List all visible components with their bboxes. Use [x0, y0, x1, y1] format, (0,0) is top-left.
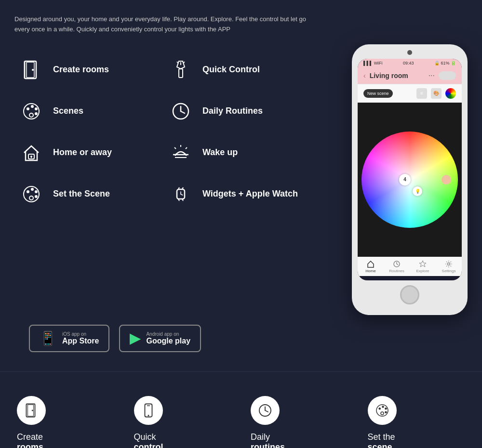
feature-item-create-rooms: Create rooms	[14, 49, 164, 91]
phone-toolbar: New scene ≡ 🎨	[358, 84, 462, 103]
svg-point-56	[385, 411, 387, 413]
top-section: Designed around you, your home and your …	[0, 0, 482, 371]
door-icon	[19, 58, 43, 82]
phone-nav-explore[interactable]: Explore	[410, 260, 436, 273]
feature-item-wake-up: Wake up	[164, 132, 313, 173]
bottom-door-icon	[17, 396, 46, 425]
toolbar-icons: ≡ 🎨	[416, 88, 456, 99]
svg-point-27	[31, 188, 34, 191]
svg-marker-41	[419, 261, 426, 267]
android-text: Android app on Google play	[146, 331, 190, 345]
intro-text: Designed around you, your home and your …	[14, 14, 323, 35]
ios-sub-label: iOS app on	[62, 331, 99, 337]
quick-control-card-title: Quick control	[134, 432, 163, 448]
svg-point-57	[381, 412, 384, 415]
clock-icon	[169, 99, 193, 123]
svg-line-40	[397, 264, 398, 265]
home-or-away-label: Home or away	[53, 147, 112, 158]
svg-point-42	[448, 263, 450, 265]
bottom-card-create-rooms: Create rooms Control all lights in your …	[10, 386, 122, 448]
ios-icon: 📱	[40, 330, 56, 346]
features-and-phone: Create rooms Quick Control Scenes	[14, 49, 468, 315]
bottom-card-daily-routines: Daily routines Set light schedules to su…	[243, 386, 356, 448]
svg-point-29	[35, 195, 38, 198]
android-store-button[interactable]: ▶ Android app on Google play	[119, 325, 201, 352]
store-buttons-container: 📱 iOS app on App Store ▶ Android app on …	[14, 315, 468, 362]
svg-point-54	[382, 406, 384, 408]
bottom-card-quick-control: Quick control Switch or dim all lights i…	[127, 386, 239, 448]
phone-nav-home[interactable]: Home	[358, 260, 384, 273]
svg-point-28	[35, 190, 38, 193]
color-wheel-area: 4 💡	[358, 103, 462, 257]
color-point-bulb[interactable]: 💡	[413, 186, 422, 196]
phone-nav-bar: ‹ Living room ···	[358, 67, 462, 84]
feature-item-scenes: Scenes	[14, 91, 164, 132]
daily-routines-card-title: Daily routines	[251, 432, 285, 448]
watch-icon	[169, 182, 193, 206]
svg-line-7	[184, 62, 185, 63]
feature-item-home-or-away: Home or away	[14, 132, 164, 173]
list-icon[interactable]: ≡	[416, 88, 427, 99]
svg-line-6	[177, 62, 178, 63]
svg-point-47	[147, 415, 149, 416]
android-store-name: Google play	[146, 337, 190, 345]
svg-point-55	[385, 408, 387, 410]
home-lock-icon	[19, 141, 43, 165]
room-toggle[interactable]	[439, 71, 456, 80]
svg-point-11	[35, 107, 38, 110]
torch-icon	[169, 58, 193, 82]
phone-bottom-nav: Home Routines Explore Settings	[358, 257, 462, 276]
phone-nav-routines[interactable]: Routines	[384, 260, 410, 273]
sunrise-icon	[169, 141, 193, 165]
svg-line-16	[181, 111, 185, 113]
palette2-icon	[19, 182, 43, 206]
brightness-control[interactable]	[442, 175, 451, 184]
svg-point-10	[31, 105, 34, 108]
set-scene-label: Set the Scene	[53, 189, 110, 199]
ios-store-name: App Store	[62, 337, 99, 345]
nav-explore-label: Explore	[416, 269, 429, 273]
svg-point-45	[32, 409, 33, 411]
svg-point-53	[378, 408, 381, 410]
phone-status-bar: ▌▌▌ WiFi 09:43 🔒 61% 🔋	[358, 59, 462, 67]
room-title: Living room	[370, 72, 425, 79]
battery-indicator: 🔒 61% 🔋	[434, 61, 456, 66]
bottom-clock-icon	[251, 396, 280, 425]
wheel-icon[interactable]	[445, 88, 456, 99]
signal-indicator: ▌▌▌ WiFi	[363, 61, 383, 66]
android-sub-label: Android app on	[146, 331, 190, 337]
bottom-phone-icon	[134, 396, 163, 425]
widgets-label: Widgets + Apple Watch	[202, 189, 298, 199]
bottom-cards-grid: Create rooms Control all lights in your …	[10, 386, 472, 448]
quick-control-label: Quick Control	[202, 65, 260, 75]
more-options[interactable]: ···	[428, 71, 435, 80]
bottom-card-set-scene: Set the scene Scenes that automatically …	[361, 386, 473, 448]
color-point-4[interactable]: 4	[399, 174, 411, 185]
svg-point-9	[27, 107, 29, 110]
svg-line-22	[174, 147, 176, 149]
create-rooms-label: Create rooms	[53, 65, 109, 75]
phone-camera	[407, 50, 412, 55]
back-button[interactable]: ‹	[363, 72, 366, 79]
create-rooms-card-title: Create rooms	[17, 432, 43, 448]
nav-home-label: Home	[365, 269, 375, 273]
svg-point-13	[29, 113, 33, 117]
nav-routines-label: Routines	[389, 269, 404, 273]
features-grid: Create rooms Quick Control Scenes	[14, 49, 313, 215]
ios-store-button[interactable]: 📱 iOS app on App Store	[29, 325, 109, 352]
new-scene-button[interactable]: New scene	[363, 89, 393, 98]
phone-screen: ▌▌▌ WiFi 09:43 🔒 61% 🔋 ‹ Living room ···	[358, 59, 462, 280]
palette-icon	[19, 99, 43, 123]
set-scene-card-title: Set the scene	[368, 432, 395, 448]
bottom-section: Create rooms Control all lights in your …	[0, 371, 482, 448]
feature-item-quick-control: Quick Control	[164, 49, 313, 91]
palette-tool-icon[interactable]: 🎨	[431, 88, 442, 99]
phone-nav-settings[interactable]: Settings	[436, 260, 462, 273]
phone-home-button[interactable]	[400, 285, 419, 304]
nav-settings-label: Settings	[442, 269, 456, 273]
svg-line-37	[181, 194, 183, 195]
svg-point-26	[27, 190, 29, 193]
svg-point-2	[32, 69, 34, 71]
svg-line-21	[186, 147, 187, 149]
phone-mockup-container: ▌▌▌ WiFi 09:43 🔒 61% 🔋 ‹ Living room ···	[352, 44, 468, 315]
